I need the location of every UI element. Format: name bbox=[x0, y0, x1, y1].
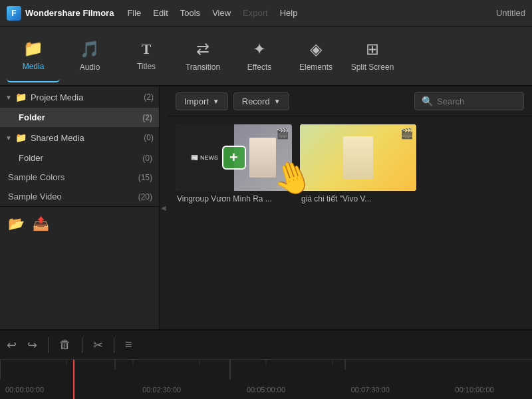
project-media-label: Project Media bbox=[31, 92, 144, 102]
record-dropdown[interactable]: Record ▼ bbox=[233, 92, 289, 110]
menu-view[interactable]: View bbox=[212, 8, 231, 18]
new-folder-icon[interactable]: 📂 bbox=[8, 215, 25, 231]
sidebar-header-shared-media[interactable]: ▼ 📁 Shared Media (0) bbox=[0, 127, 159, 148]
effects-icon: ✦ bbox=[253, 40, 266, 59]
shared-media-folder-icon: 📁 bbox=[15, 132, 27, 143]
shared-media-count: (0) bbox=[144, 133, 154, 142]
media-card-1[interactable]: 📰 NEWS 🎬 + Vingroup Vươn Mình Ra ... bbox=[176, 124, 292, 321]
tool-elements[interactable]: ◈ Elements bbox=[289, 29, 342, 82]
settings-button[interactable]: ≡ bbox=[125, 338, 132, 352]
menu-export[interactable]: Export bbox=[243, 8, 268, 18]
toolbar-separator-1 bbox=[48, 337, 49, 353]
undo-button[interactable]: ↩ bbox=[7, 338, 17, 352]
tool-media[interactable]: 📁 Media bbox=[7, 29, 60, 82]
window-title: Untitled bbox=[496, 8, 525, 18]
import-label: Import bbox=[184, 96, 209, 106]
timeline: 00:00:00:00 00:02:30:00 00:05:00:00 00:0… bbox=[0, 359, 532, 399]
tool-effects-label: Effects bbox=[247, 63, 271, 72]
main-area: ▼ 📁 Project Media (2) Folder (2) ▼ 📁 Sha… bbox=[0, 86, 532, 329]
audio-icon: 🎵 bbox=[80, 40, 100, 59]
ts-2: 00:05:00:00 bbox=[214, 386, 319, 394]
app-name: Wondershare Filmora bbox=[25, 8, 114, 18]
media1-add-button[interactable]: + bbox=[222, 146, 246, 170]
content-area: Import ▼ Record ▼ 🔍 📰 NEWS bbox=[168, 86, 532, 329]
tool-transition[interactable]: ⇄ Transition bbox=[176, 29, 229, 82]
timeline-playhead[interactable] bbox=[73, 360, 74, 399]
cut-button[interactable]: ✂ bbox=[93, 338, 103, 352]
sample-video-label: Sample Video bbox=[8, 192, 138, 201]
sidebar-section-project-media: ▼ 📁 Project Media (2) Folder (2) bbox=[0, 86, 159, 127]
sidebar-item-sample-colors[interactable]: Sample Colors (15) bbox=[0, 168, 159, 187]
shared-media-arrow: ▼ bbox=[5, 134, 12, 142]
import-folder-icon[interactable]: 📤 bbox=[33, 215, 49, 231]
timeline-ticks bbox=[0, 360, 532, 380]
toolbar-separator-2 bbox=[82, 337, 82, 353]
redo-button[interactable]: ↪ bbox=[27, 338, 37, 352]
sidebar: ▼ 📁 Project Media (2) Folder (2) ▼ 📁 Sha… bbox=[0, 86, 160, 329]
menu-tools[interactable]: Tools bbox=[180, 8, 200, 18]
import-dropdown-arrow: ▼ bbox=[213, 98, 219, 105]
record-label: Record bbox=[242, 96, 270, 106]
sidebar-bottom: 📂 📤 bbox=[0, 206, 159, 239]
media-card-2[interactable]: 🎬 giá chi tiết "Vivo V... bbox=[300, 124, 416, 321]
sidebar-item-shared-folder[interactable]: Folder (0) bbox=[0, 148, 159, 168]
media-icon: 📁 bbox=[23, 39, 43, 58]
content-toolbar: Import ▼ Record ▼ 🔍 bbox=[168, 86, 532, 116]
project-media-folder-icon: 📁 bbox=[15, 92, 27, 102]
tool-titles[interactable]: T Titles bbox=[120, 29, 173, 82]
topbar: F Wondershare Filmora File Edit Tools Vi… bbox=[0, 0, 532, 27]
ts-4: 00:10:00:00 bbox=[422, 386, 527, 394]
tool-audio[interactable]: 🎵 Audio bbox=[63, 29, 116, 82]
shared-folder-count: (0) bbox=[142, 154, 152, 163]
folder-count: (2) bbox=[142, 113, 152, 122]
delete-button[interactable]: 🗑 bbox=[59, 338, 71, 352]
menu-bar: File Edit Tools View Export Help bbox=[127, 8, 297, 18]
sidebar-item-sample-video[interactable]: Sample Video (20) bbox=[0, 187, 159, 206]
media1-label: Vingroup Vươn Mình Ra ... bbox=[176, 194, 292, 203]
ts-1: 00:02:30:00 bbox=[110, 386, 214, 394]
splitscreen-icon: ⊞ bbox=[366, 40, 379, 59]
tool-audio-label: Audio bbox=[80, 63, 100, 72]
timeline-timestamps: 00:00:00:00 00:02:30:00 00:05:00:00 00:0… bbox=[0, 386, 532, 394]
sidebar-header-project-media[interactable]: ▼ 📁 Project Media (2) bbox=[0, 86, 159, 108]
sidebar-section-shared-media: ▼ 📁 Shared Media (0) Folder (0) bbox=[0, 127, 159, 168]
media-grid: 📰 NEWS 🎬 + Vingroup Vươn Mình Ra ... bbox=[168, 116, 532, 329]
ts-0: 00:00:00:00 bbox=[5, 386, 110, 394]
media2-overlay-icon: 🎬 bbox=[400, 127, 414, 140]
shared-folder-label: Folder bbox=[19, 153, 142, 163]
tool-transition-label: Transition bbox=[186, 63, 220, 72]
ts-3: 00:07:30:00 bbox=[318, 386, 422, 394]
elements-icon: ◈ bbox=[310, 40, 322, 59]
sidebar-resize-handle[interactable]: ◀ bbox=[160, 86, 168, 329]
tool-splitscreen[interactable]: ⊞ Split Screen bbox=[346, 29, 399, 82]
tool-elements-label: Elements bbox=[299, 63, 332, 72]
logo-icon: F bbox=[7, 6, 21, 21]
folder-label: Folder bbox=[19, 112, 142, 122]
search-icon: 🔍 bbox=[422, 96, 433, 106]
sidebar-item-folder[interactable]: Folder (2) bbox=[0, 108, 159, 127]
record-dropdown-arrow: ▼ bbox=[274, 98, 281, 105]
sample-colors-count: (15) bbox=[138, 173, 152, 182]
tool-media-label: Media bbox=[23, 62, 45, 71]
sample-colors-label: Sample Colors bbox=[8, 172, 138, 182]
search-input[interactable] bbox=[437, 96, 517, 106]
media-thumb-2: 🎬 bbox=[300, 124, 416, 191]
menu-file[interactable]: File bbox=[127, 8, 141, 18]
import-dropdown[interactable]: Import ▼ bbox=[176, 92, 228, 110]
menu-help[interactable]: Help bbox=[280, 8, 298, 18]
transition-icon: ⇄ bbox=[196, 40, 209, 59]
sample-video-count: (20) bbox=[138, 192, 152, 201]
shared-media-label: Shared Media bbox=[31, 133, 144, 143]
menu-edit[interactable]: Edit bbox=[153, 8, 168, 18]
media-thumb-1: 📰 NEWS 🎬 + bbox=[176, 124, 292, 191]
media1-overlay-icon: 🎬 bbox=[276, 127, 289, 140]
app-logo: F Wondershare Filmora bbox=[7, 6, 114, 21]
search-box[interactable]: 🔍 bbox=[414, 92, 524, 110]
media2-label: giá chi tiết "Vivo V... bbox=[300, 194, 416, 203]
tool-titles-label: Titles bbox=[137, 62, 156, 71]
main-toolbar: 📁 Media 🎵 Audio T Titles ⇄ Transition ✦ … bbox=[0, 27, 532, 86]
project-media-count: (2) bbox=[144, 92, 154, 102]
timeline-toolbar: ↩ ↪ 🗑 ✂ ≡ bbox=[0, 329, 532, 359]
tool-effects[interactable]: ✦ Effects bbox=[233, 29, 286, 82]
timeline-track[interactable]: 00:00:00:00 00:02:30:00 00:05:00:00 00:0… bbox=[0, 360, 532, 399]
